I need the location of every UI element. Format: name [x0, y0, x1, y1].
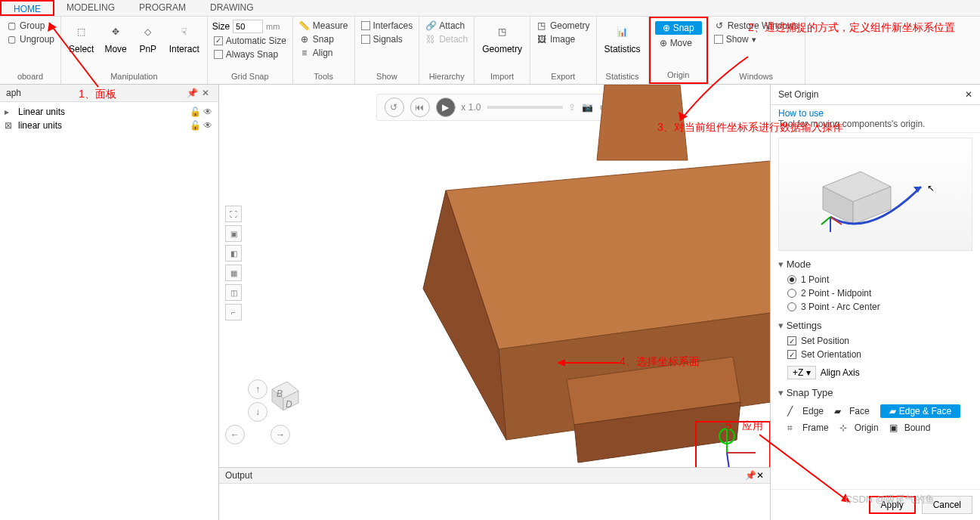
lock-icon[interactable]: 🔓	[190, 107, 200, 117]
nav-up[interactable]: ↑	[248, 379, 267, 399]
move-icon: ✥	[105, 21, 126, 42]
snap-bound[interactable]: ▣Bound	[889, 422, 931, 433]
main-tabs: HOME MODELING PROGRAM DRAWING	[0, 0, 980, 17]
show-windows-button[interactable]: Show ▾	[713, 33, 758, 45]
mode-3point[interactable]: 3 Point - Arc Center	[787, 302, 972, 312]
move-button[interactable]: ✥Move	[101, 20, 129, 56]
size-input[interactable]	[233, 20, 263, 33]
panel-title: Set Origin	[778, 89, 818, 100]
align-button[interactable]: ≡Align	[298, 47, 335, 59]
interact-button[interactable]: ☟Interact	[166, 20, 202, 56]
checkbox-icon	[714, 35, 723, 44]
mode-2point[interactable]: 2 Point - Midpoint	[787, 288, 972, 299]
set-position-check[interactable]: Set Position	[787, 336, 972, 346]
snap-face[interactable]: ▰Face	[834, 404, 870, 418]
snaptype-section[interactable]: Snap Type	[771, 384, 980, 401]
pin-icon[interactable]: 📌	[185, 88, 199, 98]
svg-text:↖: ↖	[927, 183, 935, 193]
align-axis-select[interactable]: +Z ▾	[787, 366, 816, 379]
export-image-button[interactable]: 🖼Image	[535, 33, 577, 45]
checkbox-icon	[214, 36, 223, 45]
attach-button[interactable]: 🔗Attach	[424, 20, 466, 32]
wireframe-icon[interactable]: ◫	[225, 284, 242, 301]
fullscreen-icon[interactable]: ⛶	[225, 206, 242, 222]
always-snap-check[interactable]: Always Snap	[212, 48, 280, 60]
ribbon: ▢Group ▢Ungroup oboard ⬚Select ✥Move ◇Pn…	[0, 17, 980, 85]
restore-windows-button[interactable]: ↺Restore Windows	[713, 20, 800, 32]
component-icon: ⊠	[5, 120, 15, 131]
fit-icon[interactable]: ▣	[225, 225, 242, 242]
output-panel: Output 📌 ✕	[219, 467, 770, 520]
panel-title: aph	[6, 88, 185, 98]
tree-item[interactable]: ⊠ linear units 🔓 👁	[5, 119, 214, 132]
tree-item[interactable]: ▸ Linear units 🔓 👁	[5, 105, 214, 119]
nav-left[interactable]: ←	[225, 425, 245, 444]
nav-down[interactable]: ↓	[248, 402, 267, 422]
watermark: CSDN @吸尾气的鱼	[845, 493, 935, 506]
geometry-icon: ◳	[536, 20, 547, 31]
eye-icon[interactable]: 👁	[203, 107, 214, 117]
checkbox-icon	[214, 50, 223, 59]
origin-snap-button[interactable]: ⊕Snap	[655, 21, 702, 35]
close-icon[interactable]: ✕	[756, 470, 764, 481]
shade-icon[interactable]: ▦	[225, 265, 242, 281]
pin-icon[interactable]: 📌	[745, 470, 756, 481]
snap-origin[interactable]: ⊹Origin	[839, 422, 879, 433]
snap-frame[interactable]: ⌗Frame	[787, 422, 829, 433]
ribbon-windows: ↺Restore Windows Show ▾ Windows	[708, 17, 805, 84]
snap-edge[interactable]: ╱Edge	[787, 404, 824, 418]
interact-icon: ☟	[174, 21, 195, 42]
axis-icon[interactable]: ⌐	[225, 304, 242, 320]
close-icon[interactable]: ✕	[199, 88, 212, 98]
snap-icon: ⊕	[663, 23, 670, 33]
ribbon-manipulation: ⬚Select ✥Move ◇PnP ☟Interact Manipulatio…	[61, 17, 208, 84]
tab-drawing[interactable]: DRAWING	[198, 0, 266, 16]
svg-line-21	[821, 217, 830, 224]
interfaces-check[interactable]: Interfaces	[360, 20, 415, 32]
tab-home[interactable]: HOME	[0, 0, 54, 16]
nav-arrows: ↑ ↓ ←→	[225, 379, 290, 444]
move-icon: ⊕	[660, 38, 667, 48]
ribbon-statistics: 📊Statistics Statistics	[597, 17, 649, 84]
tab-program[interactable]: PROGRAM	[127, 0, 198, 16]
tab-modeling[interactable]: MODELING	[54, 0, 127, 16]
select-button[interactable]: ⬚Select	[66, 20, 97, 56]
measure-button[interactable]: 📏Measure	[298, 20, 350, 32]
face-icon: ▰	[834, 406, 846, 416]
origin-move-button[interactable]: ⊕Move	[655, 36, 697, 50]
export-geometry-button[interactable]: ◳Geometry	[535, 20, 592, 32]
ungroup-button[interactable]: ▢Ungroup	[5, 33, 56, 45]
viewport-3d[interactable]: ↺ ⏮ ▶ x 1.0 ⇪ 📷 ■ ⛶ ▣ ◧ ▦ ◫ ⌐	[219, 85, 770, 520]
pnp-button[interactable]: ◇PnP	[134, 20, 162, 56]
detach-button[interactable]: ⛓Detach	[424, 33, 469, 45]
close-icon[interactable]: ✕	[965, 89, 972, 100]
statistics-button[interactable]: 📊Statistics	[601, 20, 644, 56]
select-icon: ⬚	[71, 21, 92, 42]
stats-icon: 📊	[612, 21, 633, 42]
set-orientation-check[interactable]: Set Orientation	[787, 349, 972, 360]
group-button[interactable]: ▢Group	[5, 20, 46, 32]
attach-icon: 🔗	[425, 20, 436, 31]
mode-1point[interactable]: 1 Point	[787, 274, 972, 285]
model-3d	[310, 85, 770, 470]
mode-section[interactable]: Mode	[771, 255, 980, 273]
view-mode-icon[interactable]: ◧	[225, 245, 242, 262]
snap-edge-face[interactable]: ▰Edge & Face	[880, 404, 960, 418]
component-icon: ▸	[5, 107, 15, 117]
origin-icon: ⊹	[839, 422, 852, 433]
svg-marker-0	[597, 85, 688, 160]
detach-icon: ⛓	[425, 34, 436, 45]
ribbon-export: ◳Geometry 🖼Image Export	[530, 17, 597, 84]
group-icon: ▢	[6, 20, 17, 31]
import-geometry-button[interactable]: ◳Geometry	[479, 20, 525, 56]
lock-icon[interactable]: 🔓	[190, 120, 200, 131]
settings-section[interactable]: Settings	[771, 317, 980, 334]
ribbon-gridsnap: Size mm Automatic Size Always Snap Grid …	[208, 17, 293, 84]
ribbon-origin: ⊕Snap ⊕Move Origin	[649, 17, 708, 84]
howto-link[interactable]: How to use	[778, 108, 824, 119]
signals-check[interactable]: Signals	[360, 33, 404, 45]
snap-tool-button[interactable]: ⊕Snap	[298, 33, 335, 45]
eye-icon[interactable]: 👁	[203, 120, 214, 131]
auto-size-check[interactable]: Automatic Size	[212, 35, 288, 47]
nav-right[interactable]: →	[271, 425, 290, 444]
